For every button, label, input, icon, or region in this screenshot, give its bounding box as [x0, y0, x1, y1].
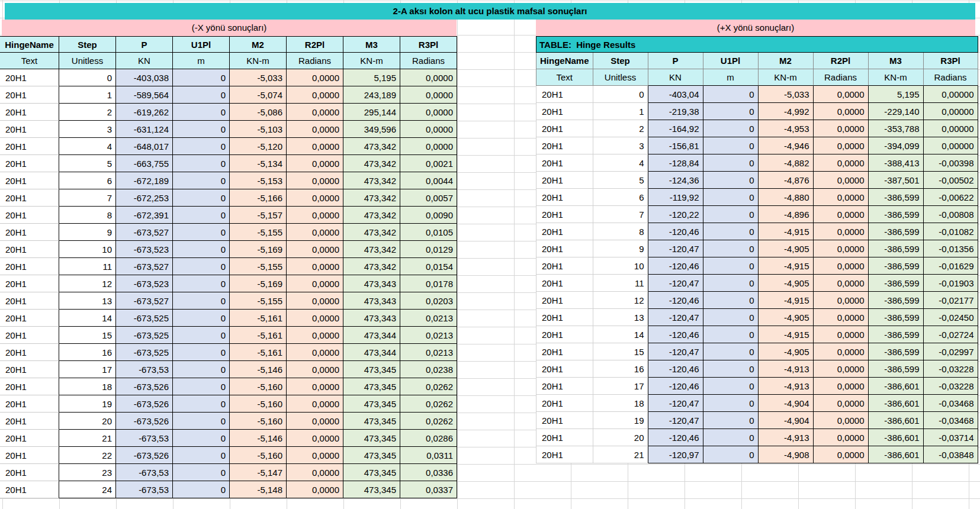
cell[interactable]: -4,904 [759, 412, 814, 429]
cell[interactable]: 0,0000 [287, 207, 343, 224]
cell[interactable]: 20H1 [0, 413, 59, 430]
cell[interactable]: -0,03468 [924, 412, 978, 429]
cell[interactable]: -4,953 [759, 120, 814, 137]
cell[interactable]: -386,599 [869, 309, 924, 326]
cell[interactable]: 18 [59, 378, 116, 395]
column-header[interactable]: R2Pl [814, 53, 869, 69]
cell[interactable]: 0 [703, 446, 759, 463]
cell[interactable]: -673,53 [116, 481, 173, 498]
cell[interactable]: 473,342 [343, 138, 400, 155]
cell[interactable]: 0,0000 [814, 292, 869, 309]
cell[interactable]: 2 [59, 104, 116, 121]
cell[interactable]: 0 [173, 86, 230, 104]
column-header[interactable]: HingeName [536, 53, 593, 69]
cell[interactable]: -4,946 [759, 137, 814, 154]
cell[interactable]: 0,0000 [287, 155, 343, 172]
cell[interactable]: 20H1 [536, 309, 593, 326]
cell[interactable]: 0 [703, 154, 759, 172]
cell[interactable]: 20H1 [536, 223, 593, 240]
cell[interactable]: -5,161 [230, 344, 287, 361]
cell[interactable]: -386,599 [869, 275, 924, 292]
cell[interactable]: -672,253 [116, 189, 173, 207]
cell[interactable]: 0,0044 [400, 172, 457, 189]
unit-cell[interactable]: Text [0, 53, 59, 69]
cell[interactable]: 4 [59, 138, 116, 155]
cell[interactable]: -673,53 [116, 430, 173, 447]
table-label[interactable]: TABLE: Hinge Results [536, 36, 978, 53]
cell[interactable]: 20H1 [536, 103, 593, 120]
cell[interactable]: -5,103 [230, 121, 287, 138]
cell[interactable]: 1 [593, 103, 648, 120]
column-header[interactable]: M2 [230, 36, 287, 53]
cell[interactable]: 20H1 [0, 258, 59, 275]
cell[interactable]: 0 [173, 430, 230, 447]
cell[interactable]: 0,0000 [400, 121, 457, 138]
cell[interactable]: 20 [59, 413, 116, 430]
column-header[interactable]: R3Pl [924, 53, 978, 69]
cell[interactable]: 3 [593, 137, 648, 154]
cell[interactable]: 0 [173, 155, 230, 172]
cell[interactable]: 20H1 [0, 447, 59, 464]
cell[interactable]: -4,913 [759, 429, 814, 446]
cell[interactable]: -0,00622 [924, 189, 978, 206]
cell[interactable]: 10 [59, 241, 116, 258]
cell[interactable]: -0,03468 [924, 395, 978, 412]
cell[interactable]: 295,144 [343, 104, 400, 121]
cell[interactable]: 0 [173, 207, 230, 224]
cell[interactable]: 0 [703, 429, 759, 446]
cell[interactable]: 0 [703, 137, 759, 154]
cell[interactable]: -120,47 [648, 275, 703, 292]
right-table-caption[interactable]: (+X yönü sonuçları) [536, 20, 975, 36]
cell[interactable]: 0 [703, 172, 759, 189]
cell[interactable]: 0,0090 [400, 207, 457, 224]
cell[interactable]: 20H1 [536, 412, 593, 429]
cell[interactable]: 17 [59, 361, 116, 378]
cell[interactable]: 20H1 [0, 327, 59, 344]
cell[interactable]: 20H1 [0, 275, 59, 292]
cell[interactable]: 473,345 [343, 464, 400, 481]
cell[interactable]: 0,0000 [814, 137, 869, 154]
cell[interactable]: -120,47 [648, 412, 703, 429]
cell[interactable]: 0 [703, 240, 759, 257]
cell[interactable]: 473,345 [343, 395, 400, 413]
cell[interactable]: -128,84 [648, 154, 703, 172]
cell[interactable]: 20H1 [0, 207, 59, 224]
cell[interactable]: 12 [59, 275, 116, 292]
cell[interactable]: 7 [593, 206, 648, 223]
cell[interactable]: 0,0213 [400, 344, 457, 361]
cell[interactable]: 0 [173, 378, 230, 395]
cell[interactable]: 5 [593, 172, 648, 189]
cell[interactable]: 20H1 [0, 361, 59, 378]
unit-cell[interactable]: Radians [400, 53, 457, 69]
cell[interactable]: -403,04 [648, 86, 703, 103]
unit-cell[interactable]: KN-m [759, 69, 814, 86]
cell[interactable]: -4,915 [759, 292, 814, 309]
cell[interactable]: -120,46 [648, 292, 703, 309]
cell[interactable]: 0 [703, 103, 759, 120]
cell[interactable]: 21 [59, 430, 116, 447]
cell[interactable]: 2 [593, 120, 648, 137]
cell[interactable]: 14 [593, 326, 648, 343]
cell[interactable]: 0,0000 [287, 378, 343, 395]
cell[interactable]: 20H1 [536, 257, 593, 275]
cell[interactable]: -229,140 [869, 103, 924, 120]
column-header[interactable]: P [648, 53, 703, 69]
cell[interactable]: 0 [703, 292, 759, 309]
cell[interactable]: -673,53 [116, 464, 173, 481]
cell[interactable]: -353,788 [869, 120, 924, 137]
cell[interactable]: 473,345 [343, 481, 400, 498]
cell[interactable]: -673,526 [116, 447, 173, 464]
cell[interactable]: 5,195 [343, 69, 400, 86]
cell[interactable]: 20H1 [536, 429, 593, 446]
cell[interactable]: 20H1 [0, 104, 59, 121]
cell[interactable]: 0,0203 [400, 292, 457, 310]
cell[interactable]: -5,086 [230, 104, 287, 121]
cell[interactable]: 15 [593, 343, 648, 360]
cell[interactable]: -386,599 [869, 343, 924, 360]
cell[interactable]: -386,599 [869, 240, 924, 257]
cell[interactable]: 0,0000 [814, 309, 869, 326]
cell[interactable]: 0,00000 [924, 86, 978, 103]
cell[interactable]: -673,523 [116, 275, 173, 292]
cell[interactable]: -0,01082 [924, 223, 978, 240]
cell[interactable]: 0 [173, 224, 230, 241]
